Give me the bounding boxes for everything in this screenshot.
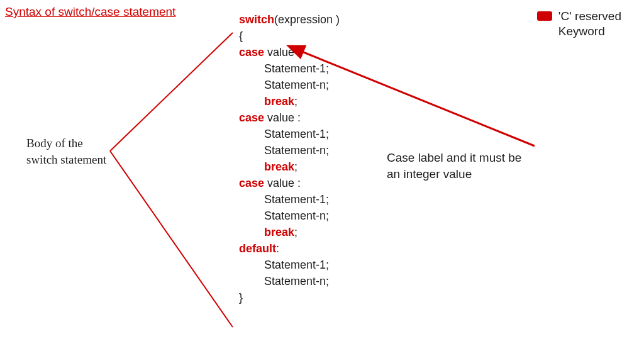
keyword-break: break (264, 160, 294, 173)
keyword-case: case (239, 177, 264, 189)
code-line-switch: switch(expression ) (239, 11, 340, 28)
expression-text: (expression ) (274, 13, 340, 26)
keyword-break: break (264, 226, 294, 238)
svg-line-1 (110, 151, 233, 327)
stmt-line: Statement-n; (239, 142, 340, 159)
stmt-n: Statement-n; (264, 275, 329, 287)
stmt-1: Statement-1; (264, 62, 329, 75)
code-line-brace-open: { (239, 28, 340, 44)
stmt-line: Statement-1; (239, 60, 340, 77)
stmt-line: Statement-n; (239, 273, 340, 289)
legend: 'C' reserved Keyword (537, 9, 621, 39)
stmt-line: Statement-1; (239, 126, 340, 142)
semicolon: ; (294, 160, 297, 173)
stmt-line: Statement-1; (239, 257, 340, 273)
case-3-line: case value : (239, 175, 340, 191)
legend-text: 'C' reserved Keyword (558, 9, 621, 39)
stmt-line: Statement-1; (239, 191, 340, 208)
stmt-n: Statement-n; (264, 144, 329, 157)
keyword-switch: switch (239, 13, 274, 26)
case-label: Case label and it must be an integer val… (387, 150, 521, 182)
legend-line1: 'C' reserved (558, 9, 621, 24)
case-value-text: value (264, 177, 294, 189)
code-line-brace-close: } (239, 289, 340, 306)
stmt-n: Statement-n; (264, 209, 329, 222)
keyword-default: default (239, 242, 276, 255)
stmt-n: Statement-n; (264, 79, 329, 91)
default-line: default: (239, 240, 340, 257)
body-label-line2: switch statement (26, 152, 106, 168)
colon: : (294, 177, 301, 189)
colon: : (294, 111, 301, 124)
semicolon: ; (294, 95, 297, 108)
break-line: break; (239, 159, 340, 175)
case-label-line2: an integer value (387, 166, 521, 182)
stmt-1: Statement-1; (264, 193, 329, 206)
keyword-break: break (264, 95, 294, 108)
stmt-line: Statement-n; (239, 208, 340, 224)
body-label: Body of the switch statement (26, 135, 106, 168)
semicolon: ; (294, 226, 297, 238)
case-2-line: case value : (239, 109, 340, 126)
diagram-title: Syntax of switch/case statement (5, 5, 175, 19)
code-block: switch(expression ) { case value Stateme… (239, 11, 340, 306)
case-value-text: value (264, 46, 294, 59)
keyword-case: case (239, 111, 264, 124)
break-line: break; (239, 224, 340, 240)
case-1-line: case value (239, 44, 340, 60)
stmt-line: Statement-n; (239, 77, 340, 93)
legend-swatch (537, 11, 552, 21)
case-value-text: value (264, 111, 294, 124)
stmt-1: Statement-1; (264, 259, 329, 271)
legend-line2: Keyword (558, 24, 621, 39)
default-colon: : (276, 242, 279, 255)
keyword-case: case (239, 46, 264, 59)
break-line: break; (239, 93, 340, 109)
stmt-1: Statement-1; (264, 128, 329, 140)
case-label-line1: Case label and it must be (387, 150, 521, 166)
svg-line-0 (110, 33, 233, 151)
body-label-line1: Body of the (26, 135, 106, 152)
